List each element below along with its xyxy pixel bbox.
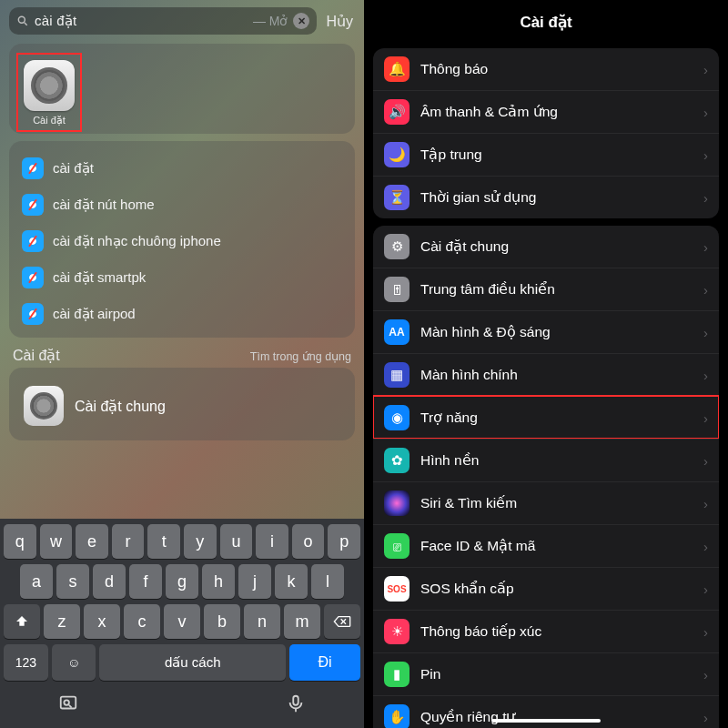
search-in-app-link[interactable]: Tìm trong ứng dụng [250, 349, 351, 363]
suggestion-text: cài đặt smartpk [53, 269, 146, 286]
suggestion-text: cài đặt nút home [53, 197, 155, 213]
chevron-right-icon: › [703, 453, 708, 469]
page-title: Cài đặt [364, 0, 728, 41]
settings-row-battery[interactable]: ▮Pin› [373, 652, 719, 695]
key-i[interactable]: i [256, 524, 288, 559]
numeric-key[interactable]: 123 [4, 644, 48, 681]
settings-row-person[interactable]: ◉Trợ năng› [373, 396, 719, 439]
search-field[interactable]: cài đặt — Mở ✕ [9, 7, 317, 35]
settings-row-AA[interactable]: AAMàn hình & Độ sáng› [373, 310, 719, 353]
settings-row-sliders[interactable]: 🎚Trung tâm điều khiển› [373, 268, 719, 310]
svg-line-6 [69, 705, 72, 708]
backspace-key[interactable] [324, 604, 360, 639]
settings-row-label: Trợ năng [420, 410, 693, 426]
key-k[interactable]: k [275, 564, 308, 599]
key-l[interactable]: l [311, 564, 344, 599]
suggestion-text: cài đặt airpod [53, 306, 136, 322]
suggestions-card: cài đặtcài đặt nút homecài đặt nhạc chuô… [9, 141, 355, 338]
chevron-right-icon: › [703, 624, 708, 640]
settings-row-exposure[interactable]: ☀Thông báo tiếp xúc› [373, 610, 719, 652]
space-key[interactable]: dấu cách [99, 644, 286, 681]
settings-row-siri[interactable]: Siri & Tìm kiếm› [373, 481, 719, 524]
key-s[interactable]: s [56, 564, 89, 599]
settings-row-gear[interactable]: ⚙Cài đặt chung› [373, 226, 719, 268]
settings-screen: Cài đặt 🔔Thông báo›🔊Âm thanh & Cảm ứng›🌙… [364, 0, 728, 728]
key-a[interactable]: a [20, 564, 53, 599]
settings-row-flower[interactable]: ✿Hình nền› [373, 439, 719, 481]
key-p[interactable]: p [328, 524, 360, 559]
shift-key[interactable] [4, 604, 40, 639]
spotlight-search-screen: cài đặt — Mở ✕ Hủy Cài đặt cài đặtcài đặ… [0, 0, 364, 728]
chevron-right-icon: › [703, 667, 708, 682]
settings-row-bell[interactable]: 🔔Thông báo› [373, 48, 719, 90]
keyboard: qwertyuiop asdfghjkl zxcvbnm 123 ☺ dấu c… [0, 519, 364, 728]
app-result-settings[interactable]: Cài đặt [16, 53, 82, 132]
safari-icon [22, 194, 44, 216]
search-icon [16, 15, 29, 27]
settings-row-face[interactable]: ⎚Face ID & Mật mã› [373, 524, 719, 567]
suggestion-item[interactable]: cài đặt nhạc chuông iphone [16, 223, 348, 259]
suggestion-text: cài đặt nhạc chuông iphone [53, 233, 221, 249]
key-h[interactable]: h [202, 564, 235, 599]
settings-row-label: Hình nền [420, 452, 693, 469]
key-v[interactable]: v [164, 604, 200, 639]
emoji-key[interactable]: ☺ [52, 644, 96, 681]
chevron-right-icon: › [703, 710, 708, 725]
settings-app-icon [24, 60, 75, 111]
svg-point-0 [18, 16, 25, 23]
dictation-icon[interactable] [286, 693, 306, 713]
settings-row-hand[interactable]: ✋Quyền riêng tư› [373, 695, 719, 728]
suggestion-item[interactable]: cài đặt smartpk [16, 259, 348, 296]
svg-line-1 [25, 23, 27, 25]
app-result-label: Cài đặt [33, 115, 66, 126]
home-indicator[interactable] [491, 719, 601, 723]
clear-search-icon[interactable]: ✕ [293, 13, 309, 29]
suggestion-item[interactable]: cài đặt [16, 150, 348, 187]
settings-row-label: Face ID & Mật mã [420, 538, 693, 554]
key-z[interactable]: z [44, 604, 80, 639]
suggestion-item[interactable]: cài đặt nút home [16, 187, 348, 223]
settings-app-icon [24, 386, 64, 426]
key-r[interactable]: r [112, 524, 145, 559]
chevron-right-icon: › [703, 496, 708, 511]
in-app-result-card: Cài đặt chung [9, 368, 355, 440]
key-u[interactable]: u [220, 524, 253, 559]
go-key[interactable]: Đi [289, 644, 360, 681]
key-w[interactable]: w [40, 524, 73, 559]
key-f[interactable]: f [129, 564, 162, 599]
key-o[interactable]: o [292, 524, 325, 559]
key-q[interactable]: q [4, 524, 36, 559]
chevron-right-icon: › [703, 368, 708, 383]
key-b[interactable]: b [204, 604, 240, 639]
chevron-right-icon: › [703, 105, 708, 120]
settings-group-general: ⚙Cài đặt chung›🎚Trung tâm điều khiển›AAM… [373, 226, 719, 728]
settings-row-SOS[interactable]: SOSSOS khẩn cấp› [373, 567, 719, 610]
recent-search-icon[interactable] [58, 693, 78, 713]
key-x[interactable]: x [84, 604, 120, 639]
key-c[interactable]: c [124, 604, 160, 639]
settings-row-moon[interactable]: 🌙Tập trung› [373, 133, 719, 176]
settings-row-speaker[interactable]: 🔊Âm thanh & Cảm ứng› [373, 90, 719, 133]
key-d[interactable]: d [93, 564, 126, 599]
settings-row-grid[interactable]: ▦Màn hình chính› [373, 353, 719, 396]
result-label: Cài đặt chung [75, 398, 166, 415]
result-row-general[interactable]: Cài đặt chung [16, 377, 348, 435]
key-e[interactable]: e [76, 524, 108, 559]
safari-icon [22, 267, 44, 288]
chevron-right-icon: › [703, 581, 708, 597]
key-y[interactable]: y [184, 524, 217, 559]
settings-row-hourglass[interactable]: ⏳Thời gian sử dụng› [373, 176, 719, 218]
section-header: Cài đặt Tìm trong ứng dụng [0, 345, 364, 366]
safari-icon [22, 230, 44, 252]
settings-group-notifications: 🔔Thông báo›🔊Âm thanh & Cảm ứng›🌙Tập trun… [373, 48, 719, 218]
key-m[interactable]: m [284, 604, 320, 639]
key-n[interactable]: n [244, 604, 280, 639]
key-t[interactable]: t [147, 524, 180, 559]
key-j[interactable]: j [238, 564, 271, 599]
suggestion-item[interactable]: cài đặt airpod [16, 296, 348, 332]
settings-row-label: Thời gian sử dụng [420, 189, 693, 206]
settings-row-label: Thông báo tiếp xúc [420, 623, 693, 640]
key-g[interactable]: g [166, 564, 198, 599]
cancel-button[interactable]: Hủy [324, 13, 355, 30]
settings-row-label: Tập trung [420, 147, 693, 163]
